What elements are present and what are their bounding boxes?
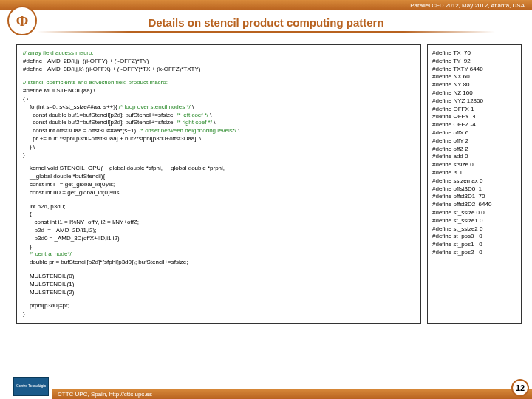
define-line: #define offst3D0 1 xyxy=(432,185,482,192)
define-line: #define sfsize 0 xyxy=(432,161,474,168)
code-right: #define TX 70 #define TY 92 #define TXTY… xyxy=(427,44,522,324)
code-line: MULSTENCIL(2); xyxy=(23,289,76,296)
define-line: #define offst3D2 6440 xyxy=(432,201,491,208)
code-line: double pr = bufStencil[p2d]*(sfphi[p3d0]… xyxy=(23,259,188,265)
code-line: #define _AMD_2D(i,j) ((i-OFFY) + (j-OFFZ… xyxy=(23,58,149,64)
code-line: } xyxy=(23,151,25,158)
define-line: #define NY 80 xyxy=(432,81,470,88)
code-line: __global double *bufStencil){ xyxy=(23,173,105,180)
define-line: #define ssizemax 0 xyxy=(432,177,482,184)
define-line: #define offX 6 xyxy=(432,129,468,136)
footer: Centre Tecnològic CTTC UPC, Spain, http:… xyxy=(0,377,532,399)
code-line: \ xyxy=(191,103,194,110)
content-area: // array field access macro: #define _AM… xyxy=(0,35,532,324)
code-line: \ xyxy=(208,112,211,118)
code-line: \ xyxy=(212,119,215,126)
comment: /* left coef */ xyxy=(177,112,208,118)
define-line: #define TX 70 xyxy=(432,50,471,56)
code-line: const int i1 = I%NY+offY, i2 = I/NY+offZ… xyxy=(23,219,139,225)
comment: /* loop over stencil nodes */ xyxy=(119,103,191,110)
define-line: #define OFFX 1 xyxy=(432,106,474,112)
footer-logo: Centre Tecnològic xyxy=(13,377,49,396)
code-line: \ xyxy=(236,127,239,134)
footer-org: CTTC UPC, Spain, http://cttc.upc.es xyxy=(58,391,152,398)
slide-title: Details on stencil product computing pat… xyxy=(148,16,383,29)
code-line: { \ xyxy=(23,95,28,102)
define-line: #define st_ssize 0 0 xyxy=(432,209,485,216)
define-line: #define NZ 160 xyxy=(432,89,473,96)
code-line: MULSTENCIL(1); xyxy=(23,281,76,287)
define-line: #define st_pos1 0 xyxy=(432,241,482,248)
defines-block: #define TX 70 #define TY 92 #define TXTY… xyxy=(432,50,516,257)
code-line: #define MULSTENCIL(aa) \ xyxy=(23,87,95,94)
define-line: #define OFFZ -4 xyxy=(432,121,476,128)
define-line: #define st_ssize1 0 xyxy=(432,217,483,224)
define-line: #define ls 1 xyxy=(432,169,463,176)
code-line: const double buf2=bufStencil[p2d]; bufSt… xyxy=(23,119,177,126)
page-number: 12 xyxy=(511,379,529,397)
define-line: #define st_pos0 0 xyxy=(432,233,482,239)
code-line: int p2d, p3d0; xyxy=(23,203,65,210)
footer-logo-text: Centre Tecnològic xyxy=(16,384,46,389)
comment: // array field access macro: xyxy=(23,50,94,56)
code-line: } \ xyxy=(23,143,35,150)
code-line: __kernel void STENCIL_GPU(__global doubl… xyxy=(23,165,225,171)
define-line: #define offY 2 xyxy=(432,137,468,144)
comment: /* right coef */ xyxy=(177,119,212,126)
code-block-main: // array field access macro: #define _AM… xyxy=(23,50,415,318)
page-number-badge: 12 xyxy=(511,379,529,397)
code-line: pr += buf1*sfphi[p3d0-offst3Daa] + buf2*… xyxy=(23,135,201,142)
define-line: #define st_pos2 0 xyxy=(432,249,482,256)
define-line: #define NYZ 12800 xyxy=(432,98,483,104)
header-bar: Parallel CFD 2012, May 2012, Atlanta, US… xyxy=(0,0,532,10)
conference-label: Parallel CFD 2012, May 2012, Atlanta, US… xyxy=(410,2,525,9)
define-line: #define offZ 2 xyxy=(432,146,468,152)
define-line: #define TXTY 6440 xyxy=(432,66,483,72)
code-left: // array field access macro: #define _AM… xyxy=(16,44,421,324)
code-line: MULSTENCIL(0); xyxy=(23,273,76,279)
code-line: } xyxy=(23,310,25,317)
org-logo: Φ xyxy=(7,6,37,35)
code-line: const double buf1=bufStencil[p2d]; bufSt… xyxy=(23,112,177,118)
code-line: const int I = get_global_id(0)/ls; xyxy=(23,181,115,188)
code-line: prphi[p3d0]=pr; xyxy=(23,302,69,309)
code-line: const int IID = get_global_id(0)%ls; xyxy=(23,189,121,196)
code-line: #define _AMD_3D(i,j,k) ((i-OFFX) + (j-OF… xyxy=(23,66,200,72)
define-line: #define NX 60 xyxy=(432,73,470,80)
code-line: const int offst3Daa = offst3D##aa*(s+1); xyxy=(23,127,140,134)
define-line: #define TY 92 xyxy=(432,58,471,64)
comment: /* central node*/ xyxy=(30,250,72,257)
comment: /* offset between neighboring levels*/ xyxy=(140,127,237,134)
code-line: { xyxy=(23,211,32,217)
define-line: #define st_ssize2 0 xyxy=(432,225,483,232)
title-row: Details on stencil product computing pat… xyxy=(0,10,532,35)
code-line: } xyxy=(23,243,32,250)
logo-glyph: Φ xyxy=(16,13,29,30)
define-line: #define add 0 xyxy=(432,153,468,160)
code-line: p3d0 = _AMD_3D(offX+IID,i1,i2); xyxy=(23,235,121,242)
comment: // stencil coefficients and advection fi… xyxy=(23,79,168,86)
define-line: #define offst3D1 70 xyxy=(432,193,485,200)
title-underline xyxy=(37,31,495,33)
define-line: #define OFFY -4 xyxy=(432,113,476,120)
footer-bar: CTTC UPC, Spain, http://cttc.upc.es xyxy=(52,389,532,399)
code-line: for(int s=0; s<st_ssize##aa; s++){ xyxy=(23,103,119,110)
code-line: p2d = _AMD_2D(i1,i2); xyxy=(23,227,96,233)
